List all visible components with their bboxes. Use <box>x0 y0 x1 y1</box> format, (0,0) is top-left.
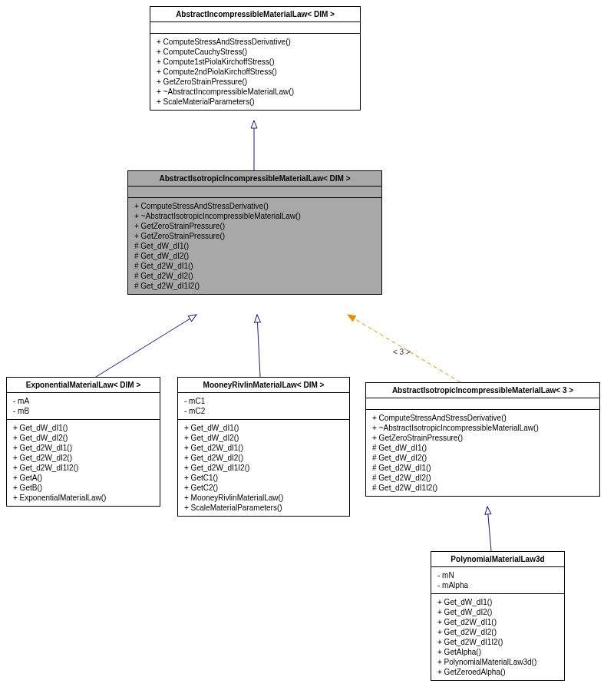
class-method: + GetAlpha() <box>437 647 558 657</box>
class-attr: - mC1 <box>184 396 343 406</box>
class-attr: - mA <box>13 396 153 406</box>
class-method: + GetB() <box>13 483 153 493</box>
class-abstract-isotropic-3[interactable]: AbstractIsotropicIncompressibleMaterialL… <box>365 382 600 497</box>
class-title: PolynomialMaterialLaw3d <box>431 552 564 567</box>
class-method: # Get_d2W_dI1I2() <box>134 281 375 291</box>
class-method: + Get_dW_dI2() <box>184 433 343 443</box>
class-attrs <box>366 398 599 410</box>
class-title: AbstractIsotropicIncompressibleMaterialL… <box>366 383 599 398</box>
class-title: ExponentialMaterialLaw< DIM > <box>7 378 160 393</box>
class-method: + PolynomialMaterialLaw3d() <box>437 657 558 667</box>
class-attrs: - mC1- mC2 <box>178 393 349 420</box>
class-method: + GetC1() <box>184 473 343 483</box>
class-method: + GetA() <box>13 473 153 483</box>
class-method: # Get_dW_dI1() <box>134 241 375 251</box>
class-title: AbstractIsotropicIncompressibleMaterialL… <box>128 171 381 187</box>
edge-generalization <box>96 315 196 377</box>
class-method: + Get_dW_dI2() <box>13 433 153 443</box>
class-exponential[interactable]: ExponentialMaterialLaw< DIM > - mA- mB +… <box>6 377 160 507</box>
class-attr: - mB <box>13 406 153 416</box>
class-method: + Get_d2W_dI1I2() <box>184 463 343 473</box>
class-method: + Compute2ndPiolaKirchoffStress() <box>157 67 354 77</box>
class-method: + GetZeroStrainPressure() <box>157 77 354 87</box>
class-title: AbstractIncompressibleMaterialLaw< DIM > <box>150 7 360 22</box>
class-method: + Get_dW_dI2() <box>437 607 558 617</box>
class-attrs <box>128 187 381 198</box>
class-attr: - mC2 <box>184 406 343 416</box>
class-method: + ScaleMaterialParameters() <box>157 97 354 107</box>
class-method: + ~AbstractIsotropicIncompressibleMateri… <box>372 423 593 433</box>
class-attr: - mAlpha <box>437 580 558 590</box>
class-method: + Get_d2W_dI2() <box>437 627 558 637</box>
class-method: + Get_d2W_dI1I2() <box>13 463 153 473</box>
class-abstract-isotropic[interactable]: AbstractIsotropicIncompressibleMaterialL… <box>127 170 382 295</box>
class-attrs: - mN- mAlpha <box>431 567 564 594</box>
class-method: # Get_d2W_dI2() <box>372 473 593 483</box>
edge-generalization <box>487 507 491 551</box>
class-method: + ScaleMaterialParameters() <box>184 503 343 513</box>
class-method: + ExponentialMaterialLaw() <box>13 493 153 503</box>
class-method: + GetZeroStrainPressure() <box>134 221 375 231</box>
class-methods: + Get_dW_dI1()+ Get_dW_dI2()+ Get_d2W_dI… <box>178 420 349 516</box>
class-method: + GetC2() <box>184 483 343 493</box>
class-method: + ComputeCauchyStress() <box>157 47 354 57</box>
class-method: + GetZeroedAlpha() <box>437 667 558 677</box>
class-method: + GetZeroStrainPressure() <box>134 231 375 241</box>
class-method: # Get_d2W_dI1() <box>134 261 375 271</box>
class-title: MooneyRivlinMaterialLaw< DIM > <box>178 378 349 393</box>
class-method: + Get_d2W_dI2() <box>13 453 153 463</box>
class-polynomial[interactable]: PolynomialMaterialLaw3d - mN- mAlpha + G… <box>431 551 565 681</box>
class-method: + ~AbstractIsotropicIncompressibleMateri… <box>134 211 375 221</box>
class-methods: + ComputeStressAndStressDerivative()+ Co… <box>150 34 360 110</box>
class-method: # Get_dW_dI2() <box>134 251 375 261</box>
class-attrs: - mA- mB <box>7 393 160 420</box>
class-method: + Get_d2W_dI2() <box>184 453 343 463</box>
class-methods: + Get_dW_dI1()+ Get_dW_dI2()+ Get_d2W_dI… <box>7 420 160 506</box>
class-methods: + Get_dW_dI1()+ Get_dW_dI2()+ Get_d2W_dI… <box>431 594 564 680</box>
class-methods: + ComputeStressAndStressDerivative()+ ~A… <box>366 410 599 496</box>
class-method: + Get_dW_dI1() <box>437 597 558 607</box>
class-method: + Get_dW_dI1() <box>13 423 153 433</box>
class-method: + GetZeroStrainPressure() <box>372 433 593 443</box>
class-method: + MooneyRivlinMaterialLaw() <box>184 493 343 503</box>
class-method: + Get_d2W_dI1I2() <box>437 637 558 647</box>
class-method: # Get_d2W_dI1() <box>372 463 593 473</box>
class-method: # Get_d2W_dI2() <box>134 271 375 281</box>
class-attr: - mN <box>437 570 558 580</box>
class-method: + ~AbstractIncompressibleMaterialLaw() <box>157 87 354 97</box>
class-method: + Get_d2W_dI1() <box>437 617 558 627</box>
class-method: # Get_d2W_dI1I2() <box>372 483 593 493</box>
class-method: + Get_dW_dI1() <box>184 423 343 433</box>
class-mooney[interactable]: MooneyRivlinMaterialLaw< DIM > - mC1- mC… <box>177 377 350 517</box>
class-attrs <box>150 22 360 34</box>
class-method: + Get_d2W_dI1() <box>184 443 343 453</box>
edge-label-3: < 3 > <box>393 348 411 356</box>
class-method: + Compute1stPiolaKirchoffStress() <box>157 57 354 67</box>
class-methods: + ComputeStressAndStressDerivative()+ ~A… <box>128 198 381 294</box>
class-method: + ComputeStressAndStressDerivative() <box>372 413 593 423</box>
edge-generalization <box>257 315 260 377</box>
class-method: + ComputeStressAndStressDerivative() <box>134 201 375 211</box>
class-method: # Get_dW_dI2() <box>372 453 593 463</box>
class-method: # Get_dW_dI1() <box>372 443 593 453</box>
class-abstract-incompressible[interactable]: AbstractIncompressibleMaterialLaw< DIM >… <box>150 6 361 111</box>
class-method: + Get_d2W_dI1() <box>13 443 153 453</box>
class-method: + ComputeStressAndStressDerivative() <box>157 37 354 47</box>
